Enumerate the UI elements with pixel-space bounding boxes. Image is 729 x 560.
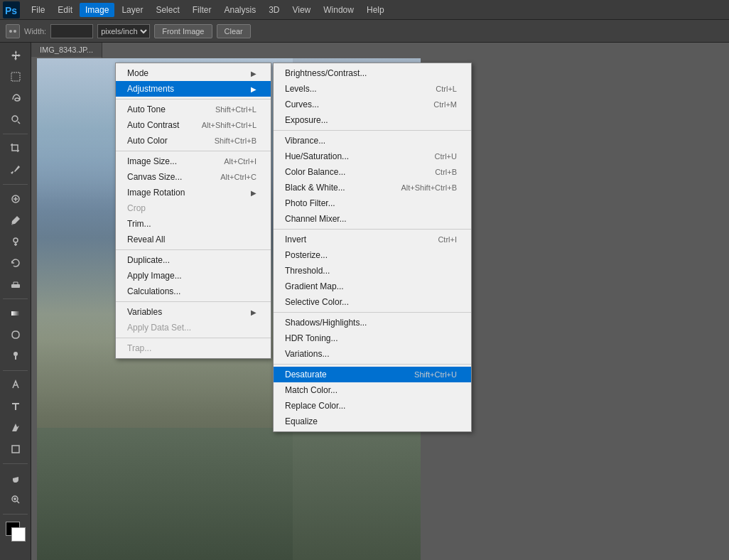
menu-item-selective-color[interactable]: Selective Color...: [274, 294, 471, 310]
text-tool[interactable]: [6, 397, 26, 416]
menubar-filter[interactable]: Filter: [187, 3, 217, 17]
menu-item-auto-contrast[interactable]: Auto Contrast Alt+Shift+Ctrl+L: [116, 117, 271, 133]
menu-item-vibrance[interactable]: Vibrance...: [274, 133, 471, 149]
clear-button[interactable]: Clear: [217, 24, 251, 38]
menu-item-shadows-highlights[interactable]: Shadows/Highlights...: [274, 315, 471, 330]
svg-rect-9: [11, 311, 20, 316]
menu-item-channel-mixer[interactable]: Channel Mixer...: [274, 211, 471, 227]
tool-divider-6: [3, 514, 27, 515]
menu-item-replace-color[interactable]: Replace Color...: [274, 398, 471, 414]
menu-item-hdr-toning[interactable]: HDR Toning...: [274, 330, 471, 346]
path-selection-tool[interactable]: [6, 418, 26, 438]
variables-arrow: ▶: [251, 308, 256, 316]
menu-item-trap: Trap...: [116, 340, 271, 356]
separator-5: [116, 338, 271, 338]
zoom-tool[interactable]: [6, 490, 26, 510]
adj-separator-4: [274, 364, 471, 365]
menu-item-image-rotation[interactable]: Image Rotation ▶: [116, 185, 271, 200]
menu-item-black-white[interactable]: Black & White... Alt+Shift+Ctrl+B: [274, 180, 471, 195]
adj-separator-2: [274, 229, 471, 230]
svg-point-5: [12, 116, 18, 122]
svg-rect-11: [15, 356, 16, 360]
menu-item-gradient-map[interactable]: Gradient Map...: [274, 279, 471, 294]
menu-item-canvas-size[interactable]: Canvas Size... Alt+Ctrl+C: [116, 169, 271, 185]
marquee-tool[interactable]: [6, 67, 26, 87]
svg-rect-8: [11, 284, 20, 288]
healing-tool[interactable]: [6, 189, 26, 209]
menu-item-duplicate[interactable]: Duplicate...: [116, 252, 271, 268]
menu-item-brightness-contrast[interactable]: Brightness/Contrast...: [274, 65, 471, 81]
menu-item-invert[interactable]: Invert Ctrl+I: [274, 232, 471, 247]
menu-item-equalize[interactable]: Equalize: [274, 414, 471, 429]
adj-separator-1: [274, 130, 471, 131]
dodge-tool[interactable]: [6, 346, 26, 366]
menu-item-calculations[interactable]: Calculations...: [116, 284, 271, 299]
menu-item-adjustments[interactable]: Adjustments ▶: [116, 81, 271, 97]
menubar-edit[interactable]: Edit: [52, 3, 78, 17]
menu-item-auto-color[interactable]: Auto Color Shift+Ctrl+B: [116, 133, 271, 149]
rotation-arrow: ▶: [251, 189, 256, 197]
clone-stamp-tool[interactable]: [6, 232, 26, 252]
tool-divider-1: [3, 134, 27, 134]
move-tool[interactable]: [6, 45, 26, 65]
tool-divider-5: [3, 463, 27, 464]
menubar-select[interactable]: Select: [150, 3, 185, 17]
width-input[interactable]: [50, 24, 93, 38]
svg-point-2: [9, 30, 12, 33]
quick-select-tool[interactable]: [6, 109, 26, 129]
menu-item-trim[interactable]: Trim...: [116, 216, 271, 232]
menu-item-threshold[interactable]: Threshold...: [274, 263, 471, 279]
color-swatches[interactable]: [6, 522, 26, 542]
unit-select[interactable]: pixels/inch: [97, 24, 150, 38]
menubar-analysis[interactable]: Analysis: [218, 3, 261, 17]
menubar-image[interactable]: Image: [80, 3, 114, 17]
tool-divider-2: [3, 184, 27, 185]
eraser-tool[interactable]: [6, 274, 26, 294]
menubar-view[interactable]: View: [286, 3, 316, 17]
pen-tool[interactable]: [6, 375, 26, 395]
menu-item-crop: Crop: [116, 200, 271, 216]
hand-tool[interactable]: [6, 468, 26, 488]
tool-options-icon: [6, 24, 20, 38]
gradient-tool[interactable]: [6, 303, 26, 323]
menu-item-image-size[interactable]: Image Size... Alt+Ctrl+I: [116, 154, 271, 169]
menu-item-desaturate[interactable]: Desaturate Shift+Ctrl+U: [274, 367, 471, 382]
menubar-help[interactable]: Help: [361, 3, 390, 17]
ps-logo: Ps: [3, 1, 20, 18]
lasso-tool[interactable]: [6, 88, 26, 108]
menu-item-curves[interactable]: Curves... Ctrl+M: [274, 97, 471, 112]
menu-item-posterize[interactable]: Posterize...: [274, 247, 471, 263]
separator-2: [116, 151, 271, 151]
background-color[interactable]: [11, 527, 26, 542]
blur-tool[interactable]: [6, 325, 26, 345]
menu-item-variations[interactable]: Variations...: [274, 346, 471, 362]
crop-tool[interactable]: [6, 139, 26, 158]
menu-item-reveal-all[interactable]: Reveal All: [116, 232, 271, 247]
separator-1: [116, 99, 271, 99]
menu-item-apply-data-set: Apply Data Set...: [116, 320, 271, 335]
menubar-layer[interactable]: Layer: [116, 3, 148, 17]
shape-tool[interactable]: [6, 439, 26, 459]
menubar-3d[interactable]: 3D: [263, 3, 285, 17]
menu-item-hue-saturation[interactable]: Hue/Saturation... Ctrl+U: [274, 149, 471, 164]
toolbar: Width: pixels/inch Front Image Clear: [0, 20, 729, 43]
adj-separator-3: [274, 312, 471, 313]
menubar-window[interactable]: Window: [318, 3, 360, 17]
history-brush-tool[interactable]: [6, 253, 26, 273]
menubar-file[interactable]: File: [26, 3, 50, 17]
menu-item-exposure[interactable]: Exposure...: [274, 112, 471, 128]
menu-item-apply-image[interactable]: Apply Image...: [116, 268, 271, 284]
menu-item-auto-tone[interactable]: Auto Tone Shift+Ctrl+L: [116, 102, 271, 117]
menu-item-match-color[interactable]: Match Color...: [274, 382, 471, 398]
menu-item-variables[interactable]: Variables ▶: [116, 304, 271, 320]
menu-item-mode[interactable]: Mode ▶: [116, 65, 271, 81]
front-image-button[interactable]: Front Image: [154, 24, 212, 38]
menu-item-photo-filter[interactable]: Photo Filter...: [274, 195, 471, 211]
menubar-items: File Edit Image Layer Select Filter Anal…: [26, 3, 390, 17]
document-tab[interactable]: IMG_8343.JP...: [31, 43, 102, 58]
menu-item-color-balance[interactable]: Color Balance... Ctrl+B: [274, 164, 471, 180]
menu-item-levels[interactable]: Levels... Ctrl+L: [274, 81, 471, 97]
brush-tool[interactable]: [6, 210, 26, 230]
eyedropper-tool[interactable]: [6, 160, 26, 180]
svg-point-10: [14, 352, 18, 356]
